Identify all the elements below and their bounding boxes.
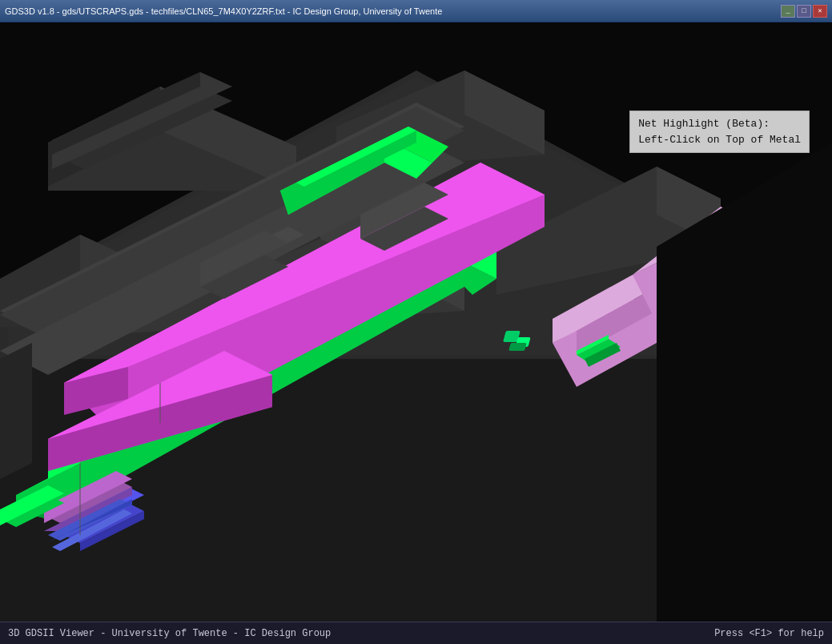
maximize-button[interactable]: □ (797, 5, 811, 18)
window-controls: _ □ ✕ (781, 5, 827, 18)
net-highlight-tooltip: Net Highlight (Beta): Left-Click on Top … (629, 111, 810, 153)
status-right-text: Press <F1> for help (714, 628, 824, 639)
net-highlight-line2: Left-Click on Top of Metal (638, 132, 801, 148)
window-title: GDS3D v1.8 - gds/UTSCRAPS.gds - techfile… (5, 6, 442, 16)
status-bar: 3D GDSII Viewer - University of Twente -… (0, 622, 832, 644)
title-bar: GDS3D v1.8 - gds/UTSCRAPS.gds - techfile… (0, 0, 832, 22)
net-highlight-line1: Net Highlight (Beta): (638, 116, 801, 132)
status-left-text: 3D GDSII Viewer - University of Twente -… (8, 628, 331, 639)
svg-rect-57 (508, 343, 527, 351)
3d-viewport[interactable]: Net Highlight (Beta): Left-Click on Top … (0, 22, 832, 622)
close-button[interactable]: ✕ (813, 5, 827, 18)
minimize-button[interactable]: _ (781, 5, 795, 18)
